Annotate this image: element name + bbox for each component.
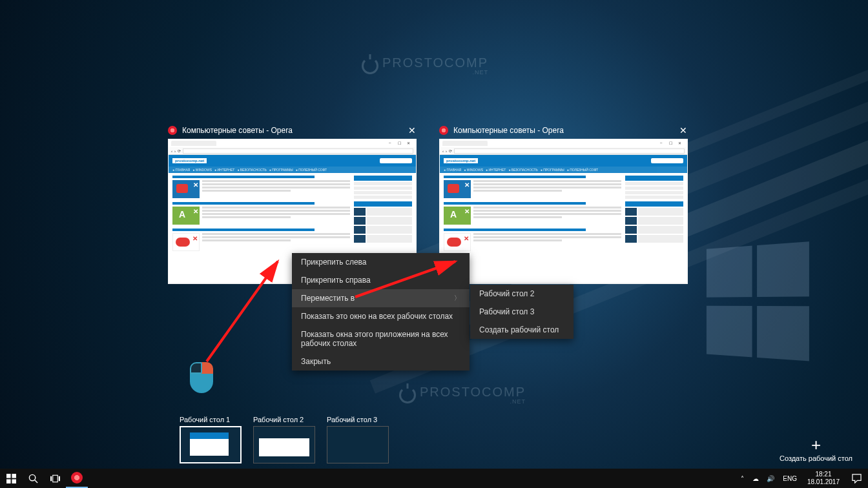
site-logo: prostocomp.net bbox=[172, 158, 207, 163]
plus-icon: + bbox=[780, 436, 852, 453]
svg-rect-4 bbox=[6, 479, 11, 483]
close-icon[interactable]: ✕ bbox=[679, 126, 688, 135]
window-preview[interactable]: Компьютерные советы - Opera ✕ –☐✕ ‹›⟳ pr… bbox=[439, 126, 688, 284]
virtual-desktop-1[interactable]: Рабочий стол 1 bbox=[180, 416, 242, 463]
tray-language[interactable]: ENG bbox=[780, 475, 800, 482]
vd-label: Рабочий стол 3 bbox=[327, 416, 389, 423]
watermark-text: ProstoComp bbox=[420, 385, 526, 399]
svg-rect-3 bbox=[12, 474, 16, 478]
start-button[interactable] bbox=[0, 469, 22, 488]
ctx-sub-desktop-2[interactable]: Рабочий стол 2 bbox=[470, 285, 574, 303]
watermark: ProstoComp .net bbox=[399, 385, 526, 405]
vd-label: Рабочий стол 2 bbox=[253, 416, 315, 423]
ctx-item-show-app-all[interactable]: Показать окна этого приложения на всех р… bbox=[292, 325, 470, 352]
window-title: Компьютерные советы - Opera bbox=[182, 126, 293, 135]
virtual-desktop-2[interactable]: Рабочий стол 2 bbox=[253, 416, 315, 463]
watermark-sub: .net bbox=[420, 398, 526, 405]
new-desktop-label: Создать рабочий стол bbox=[780, 454, 852, 462]
search-button[interactable] bbox=[22, 469, 44, 488]
svg-rect-2 bbox=[6, 474, 11, 478]
svg-rect-10 bbox=[58, 476, 59, 481]
svg-rect-8 bbox=[50, 476, 52, 481]
ctx-item-show-window-all[interactable]: Показать это окно на всех рабочих столах bbox=[292, 307, 470, 325]
close-icon[interactable]: ✕ bbox=[408, 126, 417, 135]
ctx-item-move-to[interactable]: Переместить в〉 bbox=[292, 289, 470, 307]
ctx-sub-desktop-3[interactable]: Рабочий стол 3 bbox=[470, 303, 574, 321]
watermark: ProstoComp .net bbox=[362, 56, 488, 76]
virtual-desktop-strip: Рабочий стол 1 Рабочий стол 2 Рабочий ст… bbox=[0, 412, 868, 469]
svg-rect-9 bbox=[52, 475, 57, 482]
taskbar-app-opera[interactable] bbox=[66, 469, 88, 488]
site-logo: prostocomp.net bbox=[444, 158, 478, 163]
opera-icon bbox=[71, 472, 83, 483]
window-title: Компьютерные советы - Opera bbox=[453, 126, 564, 135]
ctx-item-snap-left[interactable]: Прикрепить слева bbox=[292, 253, 470, 271]
chevron-right-icon: 〉 bbox=[454, 294, 460, 303]
mouse-right-click-icon bbox=[190, 362, 213, 393]
svg-point-6 bbox=[29, 474, 35, 480]
svg-rect-5 bbox=[12, 479, 16, 483]
new-desktop-button[interactable]: + Создать рабочий стол bbox=[780, 436, 852, 462]
system-tray: ˄ ☁ 🔊 ENG 18:21 18.01.2017 bbox=[738, 469, 868, 488]
tray-volume-icon[interactable]: 🔊 bbox=[765, 475, 776, 482]
watermark-sub: .net bbox=[382, 69, 488, 76]
context-menu: Прикрепить слева Прикрепить справа Перем… bbox=[292, 253, 470, 371]
opera-icon bbox=[168, 126, 177, 135]
ctx-item-close[interactable]: Закрыть bbox=[292, 352, 470, 371]
context-submenu: Рабочий стол 2 Рабочий стол 3 Создать ра… bbox=[470, 285, 574, 339]
ctx-sub-new-desktop[interactable]: Создать рабочий стол bbox=[470, 321, 574, 339]
tray-time: 18:21 bbox=[807, 471, 840, 478]
action-center-button[interactable] bbox=[847, 469, 865, 488]
windows-hero-logo bbox=[707, 241, 818, 365]
tray-date: 18.01.2017 bbox=[807, 478, 840, 486]
taskbar: ˄ ☁ 🔊 ENG 18:21 18.01.2017 bbox=[0, 469, 868, 488]
svg-line-7 bbox=[34, 480, 37, 482]
vd-label: Рабочий стол 1 bbox=[180, 416, 242, 423]
virtual-desktop-3[interactable]: Рабочий стол 3 bbox=[327, 416, 389, 463]
task-view-button[interactable] bbox=[44, 469, 66, 488]
tray-onedrive-icon[interactable]: ☁ bbox=[750, 475, 761, 482]
watermark-text: ProstoComp bbox=[382, 56, 488, 70]
tray-overflow-button[interactable]: ˄ bbox=[738, 475, 747, 482]
tray-clock[interactable]: 18:21 18.01.2017 bbox=[803, 471, 843, 486]
opera-icon bbox=[439, 126, 448, 135]
ctx-item-snap-right[interactable]: Прикрепить справа bbox=[292, 271, 470, 289]
window-preview-body[interactable]: –☐✕ ‹›⟳ prostocomp.net ● ГЛАВНАЯ● WINDOW… bbox=[439, 139, 688, 284]
